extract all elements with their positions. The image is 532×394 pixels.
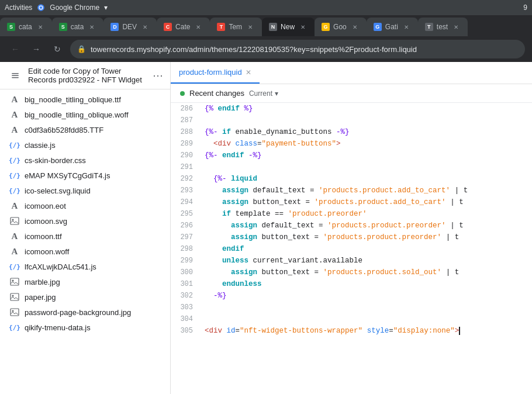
tab-close-5[interactable]: ✕ bbox=[246, 22, 255, 32]
file-name: icomoon.svg bbox=[25, 217, 67, 226]
code-file-icon: {/} bbox=[9, 185, 20, 196]
dropdown-icon: ▾ bbox=[104, 4, 108, 12]
chrome-icon bbox=[37, 4, 45, 12]
line-number: 290 bbox=[171, 150, 200, 161]
tab-close-7[interactable]: ✕ bbox=[350, 22, 360, 32]
line-number: 292 bbox=[171, 173, 200, 185]
tab-close-4[interactable]: ✕ bbox=[194, 22, 203, 32]
table-row: 295 if template == 'product.preorder' bbox=[171, 208, 532, 220]
tab-new[interactable]: N New ✕ bbox=[262, 18, 315, 36]
file-name: password-page-background.jpg bbox=[25, 308, 131, 317]
list-item[interactable]: A c0df3a6b528fdd85.TTF bbox=[0, 122, 170, 137]
tab-test[interactable]: T test ✕ bbox=[418, 18, 468, 36]
list-item[interactable]: A icomoon.eot bbox=[0, 198, 170, 213]
tab-close-8[interactable]: ✕ bbox=[402, 22, 411, 32]
list-item[interactable]: {/} qikify-tmenu-data.js bbox=[0, 320, 170, 335]
list-item[interactable]: A icomoon.ttf bbox=[0, 229, 170, 244]
line-code: -%} bbox=[200, 290, 532, 302]
activities-label[interactable]: Activities bbox=[5, 4, 32, 12]
tab-cate[interactable]: C Cate ✕ bbox=[157, 18, 210, 36]
browser-tabs-bar: S cata ✕ S cata ✕ D DEV ✕ C Cate ✕ T Tem… bbox=[0, 15, 532, 36]
code-file-icon: {/} bbox=[9, 155, 20, 165]
table-row: 293 assign default_text = 'products.prod… bbox=[171, 185, 532, 196]
editor-tab-label: product-form.liquid bbox=[179, 68, 242, 77]
list-item[interactable]: {/} classie.js bbox=[0, 137, 170, 153]
list-item[interactable]: {/} eMAP MXSyTCgGdiT4.js bbox=[0, 168, 170, 183]
list-item[interactable]: password-page-background.jpg bbox=[0, 305, 170, 320]
line-code: {%- endif -%} bbox=[200, 150, 532, 161]
tab-cata2[interactable]: S cata ✕ bbox=[52, 18, 104, 36]
address-bar[interactable]: 🔒 towerrecords.myshopify.com/admin/theme… bbox=[70, 40, 525, 58]
svg-rect-4 bbox=[12, 75, 19, 77]
table-row: 287 bbox=[171, 115, 532, 126]
list-item[interactable]: A big_noodle_titling_oblique.woff bbox=[0, 107, 170, 122]
tab-close-9[interactable]: ✕ bbox=[451, 22, 461, 32]
list-item[interactable]: icomoon.svg bbox=[0, 213, 170, 229]
tab-gati[interactable]: G Gati ✕ bbox=[367, 18, 418, 36]
tab-favicon-8: G bbox=[374, 23, 382, 31]
list-item[interactable]: A icomoon.woff bbox=[0, 244, 170, 259]
list-item[interactable]: {/} ico-select.svg.liquid bbox=[0, 183, 170, 198]
editor-area: product-form.liquid ✕ Recent changes Cur… bbox=[171, 62, 532, 394]
tab-label-9: test bbox=[437, 23, 448, 31]
table-row: 286 {% endif %} bbox=[171, 103, 532, 115]
list-item[interactable]: A big_noodle_titling_oblique.ttf bbox=[0, 92, 170, 107]
file-name: icomoon.ttf bbox=[25, 232, 62, 241]
tab-dev[interactable]: D DEV ✕ bbox=[103, 18, 157, 36]
tab-label-6: New bbox=[281, 23, 295, 31]
line-number: 299 bbox=[171, 255, 200, 267]
line-number: 302 bbox=[171, 290, 200, 302]
table-row: 298 endif bbox=[171, 243, 532, 255]
editor-tab-close[interactable]: ✕ bbox=[246, 68, 251, 77]
svg-rect-5 bbox=[12, 77, 19, 78]
line-number: 301 bbox=[171, 278, 200, 290]
code-editor[interactable]: 286 {% endif %} 287 288 {%- if enable_dy… bbox=[171, 103, 532, 394]
table-row: 305 <div id="nft-widget-buttons-wrapper"… bbox=[171, 325, 532, 337]
tab-close-2[interactable]: ✕ bbox=[87, 22, 96, 32]
editor-tab-product-form[interactable]: product-form.liquid ✕ bbox=[171, 62, 260, 84]
image-icon bbox=[10, 216, 19, 226]
tab-favicon-6: N bbox=[269, 23, 277, 31]
line-code: assign default_text = 'products.product.… bbox=[200, 220, 532, 231]
list-item[interactable]: paper.jpg bbox=[0, 289, 170, 305]
line-code: {%- if enable_dynamic_buttons -%} bbox=[200, 126, 532, 138]
list-item[interactable]: marble.jpg bbox=[0, 274, 170, 289]
img-file-icon bbox=[9, 216, 20, 226]
tab-close-1[interactable]: ✕ bbox=[36, 22, 45, 32]
file-name: marble.jpg bbox=[25, 278, 60, 286]
line-code: endif bbox=[200, 243, 532, 255]
address-bar-row: ← → ↻ 🔒 towerrecords.myshopify.com/admin… bbox=[0, 36, 532, 62]
list-item[interactable]: {/} cs-skin-border.css bbox=[0, 153, 170, 168]
reload-button[interactable]: ↻ bbox=[49, 41, 65, 57]
line-number: 297 bbox=[171, 231, 200, 243]
tab-close-6[interactable]: ✕ bbox=[298, 22, 308, 32]
current-version[interactable]: Current ▾ bbox=[249, 89, 278, 98]
line-number: 288 bbox=[171, 126, 200, 138]
line-number: 295 bbox=[171, 208, 200, 220]
file-list: A big_noodle_titling_oblique.ttf A big_n… bbox=[0, 89, 170, 337]
collapse-icon bbox=[11, 71, 20, 80]
line-number: 303 bbox=[171, 302, 200, 313]
line-number: 286 bbox=[171, 103, 200, 115]
sidebar-menu-button[interactable]: ⋯ bbox=[153, 69, 163, 82]
tab-cata1[interactable]: S cata ✕ bbox=[0, 18, 52, 36]
code-file-icon: {/} bbox=[9, 170, 20, 181]
back-button[interactable]: ← bbox=[7, 41, 23, 57]
file-name: paper.jpg bbox=[25, 293, 56, 302]
tab-tem[interactable]: T Tem ✕ bbox=[210, 18, 262, 36]
line-number: 289 bbox=[171, 138, 200, 150]
table-row: 303 bbox=[171, 302, 532, 313]
file-name: c0df3a6b528fdd85.TTF bbox=[25, 126, 103, 134]
file-name: cs-skin-border.css bbox=[25, 156, 86, 165]
tab-goo[interactable]: G Goo ✕ bbox=[315, 18, 367, 36]
sidebar-toggle-button[interactable] bbox=[7, 67, 23, 84]
tab-label-5: Tem bbox=[229, 23, 242, 31]
forward-button[interactable]: → bbox=[28, 41, 44, 57]
line-code: <div id="nft-widget-buttons-wrapper" sty… bbox=[200, 325, 532, 337]
table-row: 300 assign button_text = 'products.produ… bbox=[171, 267, 532, 278]
image-icon bbox=[10, 292, 19, 302]
code-file-icon: {/} bbox=[9, 261, 20, 272]
list-item[interactable]: {/} lfcAXLwjkDALc541.js bbox=[0, 259, 170, 274]
tab-close-3[interactable]: ✕ bbox=[140, 22, 150, 32]
tab-favicon-1: S bbox=[7, 23, 15, 31]
